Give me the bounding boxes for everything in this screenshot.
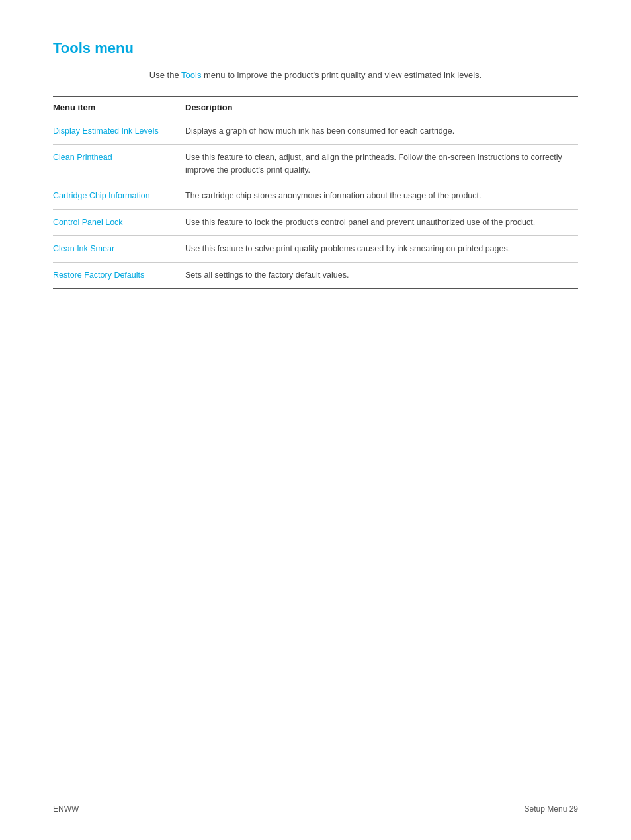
menu-item-link[interactable]: Display Estimated Ink Levels: [53, 118, 185, 145]
table-row: Display Estimated Ink LevelsDisplays a g…: [53, 118, 578, 145]
tools-link[interactable]: Tools: [181, 70, 201, 80]
intro-text-after: menu to improve the product's print qual…: [201, 70, 482, 80]
table-header-row: Menu item Description: [53, 97, 578, 118]
footer-left: ENWW: [53, 804, 79, 814]
menu-item-description: Use this feature to lock the product's c…: [185, 210, 578, 236]
table-row: Control Panel LockUse this feature to lo…: [53, 210, 578, 236]
menu-item-description: Use this feature to clean, adjust, and a…: [185, 144, 578, 183]
table-row: Cartridge Chip InformationThe cartridge …: [53, 183, 578, 210]
table-row: Clean Ink SmearUse this feature to solve…: [53, 235, 578, 262]
table-row: Restore Factory DefaultsSets all setting…: [53, 262, 578, 288]
menu-item-link[interactable]: Restore Factory Defaults: [53, 262, 185, 288]
intro-paragraph: Use the Tools menu to improve the produc…: [53, 70, 578, 80]
intro-text-before: Use the: [149, 70, 181, 80]
page-footer: ENWW Setup Menu 29: [0, 804, 631, 814]
menu-item-description: Sets all settings to the factory default…: [185, 262, 578, 288]
menu-table: Menu item Description Display Estimated …: [53, 96, 578, 289]
menu-item-link[interactable]: Clean Ink Smear: [53, 235, 185, 262]
footer-right: Setup Menu 29: [525, 804, 578, 814]
page-title: Tools menu: [53, 40, 578, 57]
menu-item-link[interactable]: Control Panel Lock: [53, 210, 185, 236]
menu-item-description: Use this feature to solve print quality …: [185, 235, 578, 262]
menu-item-description: The cartridge chip stores anonymous info…: [185, 183, 578, 210]
col2-header: Description: [185, 97, 578, 118]
menu-item-link[interactable]: Cartridge Chip Information: [53, 183, 185, 210]
page-container: Tools menu Use the Tools menu to improve…: [0, 0, 631, 342]
menu-item-link[interactable]: Clean Printhead: [53, 144, 185, 183]
col1-header: Menu item: [53, 97, 185, 118]
table-row: Clean PrintheadUse this feature to clean…: [53, 144, 578, 183]
menu-item-description: Displays a graph of how much ink has bee…: [185, 118, 578, 145]
